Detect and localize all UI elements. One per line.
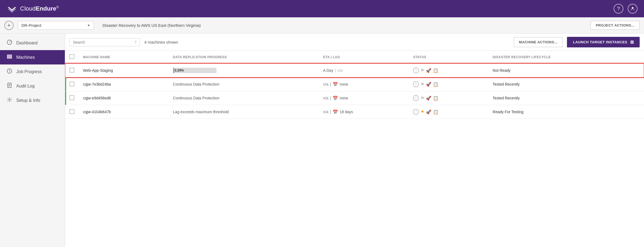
flag-icon[interactable]: ⚑ <box>420 109 424 115</box>
lifecycle-cell: Ready For Testing <box>488 105 644 119</box>
th-checkbox <box>65 51 79 63</box>
row-checkbox-cell <box>65 105 79 119</box>
th-data-replication: DATA REPLICATION PROGRESS <box>169 51 319 63</box>
rocket-icon[interactable]: 🚀 <box>426 68 431 73</box>
replication-cell: Lag exceeds maximum threshold <box>169 105 319 119</box>
progress-label: 0.29% <box>175 69 184 72</box>
eta-value: A Day <box>323 68 333 73</box>
status-cell: i⚑🚀📋 <box>409 77 488 91</box>
table-row: cqjw-4104b647bLag exceeds maximum thresh… <box>65 105 644 119</box>
info-icon[interactable]: i <box>413 67 419 73</box>
sidebar-item-setup-info[interactable]: Setup & Info <box>0 93 65 108</box>
separator: | <box>330 110 331 114</box>
replication-cell: Continuous Data Protection <box>169 91 319 105</box>
green-status-bar <box>65 77 66 91</box>
th-status: STATUS <box>409 51 488 63</box>
lag-value: 18 days <box>340 110 353 114</box>
document-icon[interactable]: 📋 <box>433 109 438 115</box>
info-icon[interactable]: i <box>413 109 419 115</box>
separator: | <box>330 82 331 86</box>
sidebar-label-audit-log: Audit Log <box>16 84 35 89</box>
status-icons: i⚑🚀📋 <box>413 109 484 115</box>
machine-name-cell: cqjw-7e3bd24ba <box>79 77 169 91</box>
row-checkbox[interactable] <box>69 68 74 73</box>
eta-value: n/a <box>323 110 328 114</box>
info-icon[interactable]: i <box>413 95 419 101</box>
svg-rect-6 <box>7 56 12 57</box>
sidebar-item-dashboard[interactable]: Dashboard <box>0 36 65 50</box>
replication-cell: 0.29% <box>169 63 319 77</box>
sidebar-item-job-progress[interactable]: Job Progress <box>0 64 65 79</box>
eta-lag-content: n/a | 📅 18 days <box>323 109 404 115</box>
replication-cell: Continuous Data Protection <box>169 77 319 91</box>
search-box[interactable]: ? <box>69 38 140 46</box>
progress-fill <box>173 68 174 73</box>
sidebar: Dashboard Machines Job Progress Audit Lo… <box>0 34 65 247</box>
audit-log-icon <box>7 83 12 89</box>
eta-lag-cell: n/a | 📅 18 days <box>319 105 409 119</box>
lifecycle-cell: Not Ready <box>488 63 644 77</box>
eta-lag-content: n/a | 📅 none <box>323 96 404 101</box>
project-bar: + DR-Project ▼ Disaster Recovery to AWS … <box>0 17 644 34</box>
calendar-icon: 📅 <box>333 109 338 115</box>
eta-lag-cell: n/a | 📅 none <box>319 77 409 91</box>
launch-target-instances-button[interactable]: LAUNCH TARGET INSTANCES ⊞ <box>567 37 640 47</box>
svg-rect-7 <box>7 57 12 58</box>
machines-icon <box>7 54 12 61</box>
th-eta-lag: ETA | LAG <box>319 51 409 63</box>
eta-lag-cell: A Day | n/a <box>319 63 409 77</box>
svg-point-2 <box>632 7 633 9</box>
app-logo: CloudEndure® <box>7 5 59 12</box>
logo-icon <box>7 5 17 12</box>
machine-name-cell: cqjw-4104b647b <box>79 105 169 119</box>
th-machine-name: MACHINE NAME <box>79 51 169 63</box>
machines-table: MACHINE NAME DATA REPLICATION PROGRESS E… <box>65 51 644 119</box>
flag-icon[interactable]: ⚑ <box>420 68 424 73</box>
lag-value: none <box>340 96 348 100</box>
help-button[interactable]: ? <box>614 4 623 14</box>
rocket-icon[interactable]: 🚀 <box>426 96 431 101</box>
sidebar-item-machines[interactable]: Machines <box>0 50 65 64</box>
sidebar-label-job-progress: Job Progress <box>16 69 42 74</box>
row-checkbox[interactable] <box>69 82 74 86</box>
search-input[interactable] <box>73 40 132 44</box>
machine-actions-button[interactable]: MACHINE ACTIONS... <box>514 37 563 47</box>
sidebar-item-audit-log[interactable]: Audit Log <box>0 79 65 93</box>
svg-rect-5 <box>7 55 12 56</box>
select-all-checkbox[interactable] <box>69 54 74 59</box>
add-project-button[interactable]: + <box>4 21 14 30</box>
launch-icon: ⊞ <box>630 40 634 45</box>
machine-name-cell: Web-App-Staging <box>79 63 169 77</box>
rocket-icon[interactable]: 🚀 <box>426 82 431 87</box>
search-help-icon[interactable]: ? <box>134 40 136 44</box>
row-checkbox-cell <box>65 63 79 77</box>
table-row: Web-App-Staging0.29%A Day | n/ai⚑🚀📋Not R… <box>65 63 644 77</box>
job-progress-icon <box>7 68 12 75</box>
lag-value: n/a <box>337 68 343 73</box>
content-area: ? 4 machines shown MACHINE ACTIONS... LA… <box>65 34 644 247</box>
flag-icon[interactable]: ⚑ <box>420 82 424 87</box>
document-icon[interactable]: 📋 <box>433 68 438 73</box>
project-name: DR-Project <box>21 23 41 28</box>
user-button[interactable] <box>628 4 637 14</box>
status-cell: i⚑🚀📋 <box>409 91 488 105</box>
project-subtitle: Disaster Recovery to AWS US East (Northe… <box>98 23 586 28</box>
info-icon[interactable]: i <box>413 81 419 87</box>
lag-value: none <box>340 82 348 86</box>
eta-value: n/a <box>323 82 328 86</box>
status-icons: i⚑🚀📋 <box>413 95 484 101</box>
table-row: cqjw-7e3bd24baContinuous Data Protection… <box>65 77 644 91</box>
th-dr-lifecycle: DISASTER RECOVERY LIFECYCLE <box>488 51 644 63</box>
setup-info-icon <box>7 97 12 104</box>
row-checkbox[interactable] <box>69 95 74 100</box>
dashboard-icon <box>7 40 12 46</box>
row-checkbox[interactable] <box>69 109 74 114</box>
project-actions-button[interactable]: PROJECT ACTIONS... <box>591 21 640 30</box>
document-icon[interactable]: 📋 <box>433 82 438 87</box>
document-icon[interactable]: 📋 <box>433 96 438 101</box>
project-dropdown[interactable]: DR-Project ▼ <box>18 21 94 30</box>
rocket-icon[interactable]: 🚀 <box>426 109 431 115</box>
machines-toolbar: ? 4 machines shown MACHINE ACTIONS... LA… <box>65 34 644 51</box>
separator: | <box>330 96 331 100</box>
flag-icon[interactable]: ⚑ <box>420 96 424 101</box>
